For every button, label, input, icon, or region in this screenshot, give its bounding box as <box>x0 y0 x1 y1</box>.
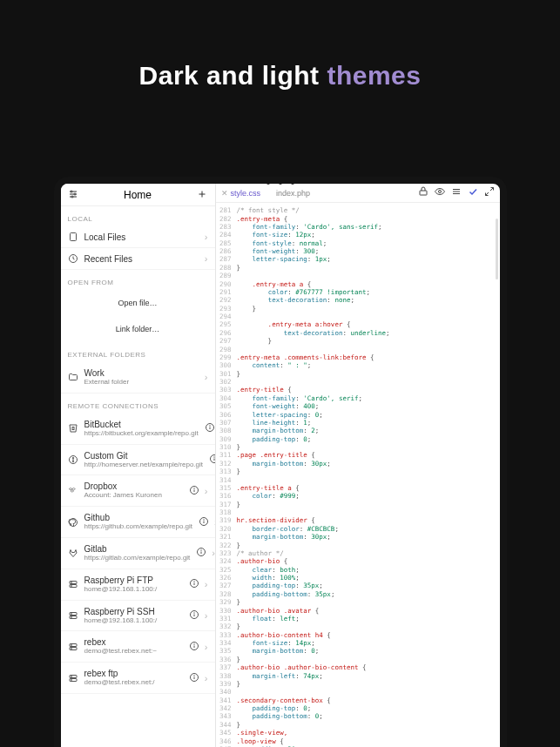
svg-rect-60 <box>420 191 427 195</box>
external-item-0[interactable]: WorkExternal folder › <box>61 362 215 394</box>
svg-point-16 <box>72 457 74 459</box>
local-item-label: Local Files <box>84 232 199 242</box>
info-icon[interactable] <box>189 641 199 653</box>
info-icon[interactable] <box>189 672 199 684</box>
svg-point-3 <box>71 191 72 192</box>
server-icon <box>68 673 78 683</box>
remote-item-label: BitBuckethttps://bitbucket.org/example/r… <box>84 420 199 438</box>
scrollbar-thumb[interactable] <box>496 219 498 279</box>
menu-icon[interactable] <box>451 186 462 199</box>
info-icon[interactable] <box>205 422 215 434</box>
expand-icon[interactable] <box>484 186 495 199</box>
open-file-button[interactable]: Open file… <box>61 290 215 316</box>
svg-point-42 <box>71 616 71 617</box>
svg-line-65 <box>490 188 494 192</box>
svg-point-38 <box>194 582 195 582</box>
remote-item-8[interactable]: rebex ftpdemo@test.rebex.net:/ › <box>61 663 215 694</box>
editor-area: ✕ style.css index.php 281/* font style *… <box>216 184 500 747</box>
git-icon <box>68 454 78 465</box>
section-openfrom-label: OPEN FROM <box>61 270 215 290</box>
remote-item-label: Gitlabhttps://gitlab.com/example/repo.gi… <box>84 544 191 562</box>
remote-item-5[interactable]: Raspberry Pi FTPhome@192.168.1.100:/ › <box>61 569 215 601</box>
sidebar-title: Home <box>124 189 152 201</box>
external-item-label: WorkExternal folder <box>84 368 199 387</box>
info-icon[interactable] <box>189 578 199 590</box>
gitlab-icon <box>68 548 78 558</box>
svg-point-45 <box>194 613 195 614</box>
svg-point-5 <box>71 196 73 198</box>
remote-item-0[interactable]: BitBuckethttps://bitbucket.org/example/r… <box>61 414 215 445</box>
done-icon[interactable] <box>468 186 478 199</box>
server-icon <box>68 642 78 652</box>
chevron-right-icon: › <box>205 253 208 264</box>
chevron-right-icon: › <box>212 548 215 558</box>
chevron-right-icon: › <box>205 610 208 621</box>
add-connection-icon[interactable] <box>197 187 207 203</box>
editor-toolbar: ✕ style.css index.php <box>216 184 500 203</box>
server-icon <box>68 610 78 621</box>
dropbox-icon <box>68 486 78 496</box>
ipad-frame: Home LOCAL Local Files › Recent Files › … <box>54 177 507 747</box>
remote-item-label: rebexdemo@test.rebex.net:~ <box>84 637 183 656</box>
svg-point-35 <box>71 586 71 587</box>
remote-item-6[interactable]: Raspberry Pi SSHhome@192.168.1.100:/ › <box>61 601 215 632</box>
remote-item-1[interactable]: Custom Githttp://homeserver.net/example/… <box>61 445 215 476</box>
svg-point-56 <box>71 679 71 680</box>
local-item-0[interactable]: Local Files › <box>61 226 215 248</box>
tablet-icon <box>68 232 78 242</box>
preview-icon[interactable] <box>435 186 445 199</box>
headline-prefix: Dark and light <box>139 61 327 90</box>
svg-point-28 <box>204 519 205 520</box>
remote-item-3[interactable]: Githubhttps://github.com/example/repo.gi… <box>61 507 215 538</box>
chevron-right-icon: › <box>205 232 208 242</box>
section-local-label: LOCAL <box>61 206 215 226</box>
section-external-label: EXTERNAL FOLDERS <box>61 342 215 362</box>
local-item-label: Recent Files <box>84 254 199 264</box>
remote-item-4[interactable]: Gitlabhttps://gitlab.com/example/repo.gi… <box>61 538 215 569</box>
svg-line-66 <box>485 192 489 196</box>
remote-item-label: Custom Githttp://homeserver.net/example/… <box>84 451 204 469</box>
sidebar-settings-icon[interactable] <box>68 187 78 203</box>
svg-point-31 <box>201 550 202 551</box>
svg-point-17 <box>72 461 74 462</box>
tab-index-php[interactable]: index.php <box>276 189 310 198</box>
remote-item-label: Raspberry Pi FTPhome@192.168.1.100:/ <box>84 575 183 594</box>
svg-point-21 <box>214 457 215 458</box>
svg-point-4 <box>74 193 76 195</box>
chevron-right-icon: › <box>205 579 208 589</box>
svg-point-49 <box>71 648 71 649</box>
svg-rect-11 <box>72 427 74 430</box>
github-icon <box>68 517 78 528</box>
svg-point-55 <box>71 676 71 676</box>
chevron-right-icon: › <box>205 372 208 382</box>
info-icon[interactable] <box>209 454 215 466</box>
svg-point-61 <box>438 191 441 193</box>
chevron-right-icon: › <box>205 673 208 683</box>
clock-icon <box>68 253 78 264</box>
tab-bar: ✕ style.css index.php <box>221 189 413 198</box>
remote-item-label: rebex ftpdemo@test.rebex.net:/ <box>84 669 183 687</box>
svg-point-24 <box>194 488 195 489</box>
info-icon[interactable] <box>199 516 209 528</box>
remote-item-7[interactable]: rebexdemo@test.rebex.net:~ › <box>61 631 215 663</box>
link-folder-button[interactable]: Link folder… <box>61 316 215 342</box>
code-editor[interactable]: 281/* font style */282.entry-meta {283 f… <box>216 203 500 747</box>
svg-point-14 <box>209 426 210 427</box>
svg-point-52 <box>194 644 195 645</box>
close-tab-icon[interactable]: ✕ <box>221 189 228 198</box>
share-icon[interactable] <box>418 186 428 199</box>
toolbar-actions <box>418 186 495 199</box>
chevron-right-icon: › <box>205 642 208 652</box>
tab-style-css[interactable]: ✕ style.css <box>221 189 261 198</box>
svg-point-59 <box>194 675 195 676</box>
sidebar-header: Home <box>61 184 215 206</box>
chevron-right-icon: › <box>205 486 208 496</box>
info-icon[interactable] <box>189 609 199 622</box>
info-icon[interactable] <box>196 547 206 559</box>
svg-rect-8 <box>70 233 76 241</box>
device-camera-dots <box>254 180 307 185</box>
section-remote-label: REMOTE CONNECTIONS <box>61 394 215 414</box>
remote-item-2[interactable]: DropboxAccount: James Kuronen › <box>61 475 215 507</box>
info-icon[interactable] <box>189 485 199 497</box>
local-item-1[interactable]: Recent Files › <box>61 248 215 270</box>
